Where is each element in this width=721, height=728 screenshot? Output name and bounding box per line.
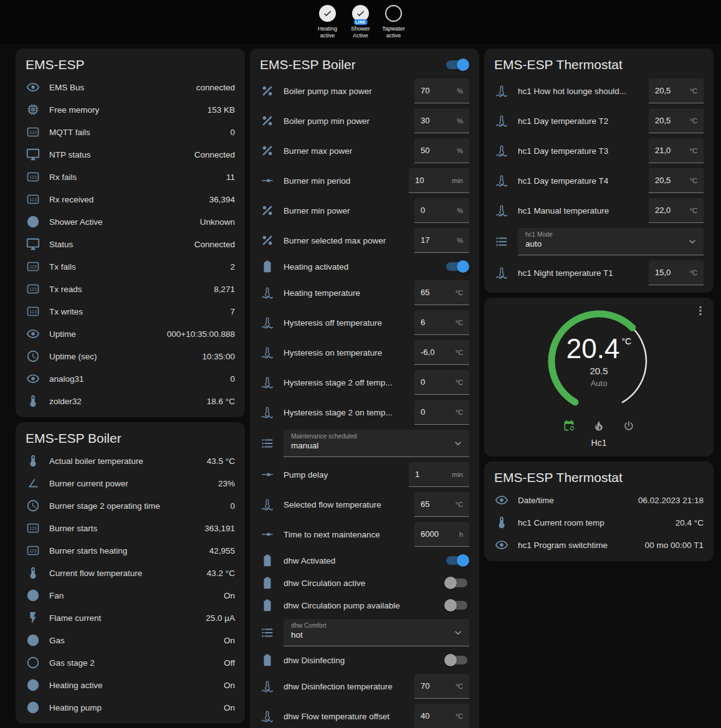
number-input-heating-temperature[interactable]: 65°C	[414, 280, 469, 305]
number-input-burner-max-power[interactable]: 50%	[414, 138, 469, 163]
entity-row-heating-active[interactable]: Heating activeOn	[16, 674, 245, 696]
off-mode-button[interactable]	[623, 420, 635, 432]
entity-row-gas[interactable]: GasOn	[16, 629, 245, 651]
entity-row-flame-current[interactable]: Flame current25.0 µA	[16, 607, 245, 629]
thermostat-dial[interactable]: 20.4°C20.5Auto	[543, 305, 655, 417]
heat-mode-button[interactable]	[593, 420, 605, 432]
number-input-hc1-day-temperature-t2[interactable]: 20,5°C	[649, 108, 704, 133]
entity-row-heating-pump[interactable]: Heating pumpOn	[16, 696, 245, 719]
entity-row-selected-flow-temperature[interactable]: Selected flow temperature65°C	[250, 489, 479, 519]
badge-shower-active[interactable]: LINKShower Active	[345, 5, 376, 40]
list-icon	[260, 626, 275, 640]
entity-row-hysteresis-stage-2-off-temp[interactable]: Hysteresis stage 2 off temp...0°C	[250, 367, 479, 397]
card-header-toggle[interactable]	[444, 59, 469, 71]
badge-heating-active[interactable]: Heating active	[312, 5, 343, 40]
number-input-hc1-how-hot-lounge-should[interactable]: 20,5°C	[649, 78, 704, 103]
number-input-hysteresis-on-temperature[interactable]: -6,0°C	[414, 340, 469, 365]
toggle-dhw-circulation-active[interactable]	[444, 577, 469, 589]
number-input-hc1-manual-temperature[interactable]: 22,0°C	[649, 198, 704, 223]
toggle-dhw-disinfecting[interactable]	[444, 654, 469, 666]
entity-row-dhw-activated[interactable]: dhw Activated	[250, 549, 479, 572]
entity-row-current-flow-temperature[interactable]: Current flow temperature43.2 °C	[16, 562, 245, 584]
entity-row-burner-current-power[interactable]: Burner current power23%	[16, 472, 245, 494]
number-input-boiler-pump-min-power[interactable]: 30%	[414, 108, 469, 133]
auto-mode-button[interactable]	[563, 420, 575, 432]
entity-row-maintenance-scheduled[interactable]: Maintenance scheduledmanual	[250, 427, 479, 460]
entity-row-gas-stage-2[interactable]: Gas stage 2Off	[16, 651, 245, 674]
entity-row-hc1-how-hot-lounge-should[interactable]: hc1 How hot lounge should...20,5°C	[484, 76, 714, 106]
entity-row-tx-fails[interactable]: 123Tx fails2	[16, 255, 245, 278]
entity-row-dhw-circulation-pump-available[interactable]: dhw Circulation pump available	[250, 594, 479, 617]
entity-row-uptime[interactable]: Uptime000+10:35:00.888	[16, 323, 245, 345]
entity-row-tx-reads[interactable]: 123Tx reads8,271	[16, 278, 245, 300]
entity-row-shower-active[interactable]: Shower ActiveUnknown	[16, 210, 245, 233]
entity-row-hc1-night-temperature-t1[interactable]: hc1 Night temperature T115,0°C	[484, 258, 714, 288]
entity-row-zolder32[interactable]: zolder3218.6 °C	[16, 390, 245, 412]
entity-row-mqtt-fails[interactable]: 123MQTT fails0	[16, 121, 245, 143]
entity-row-dhw-disinfecting[interactable]: dhw Disinfecting	[250, 649, 479, 671]
entity-row-burner-min-power[interactable]: Burner min power0%	[250, 196, 479, 225]
number-input-burner-selected-max-power[interactable]: 17%	[414, 228, 469, 253]
number-input-selected-flow-temperature[interactable]: 65°C	[414, 492, 469, 517]
number-input-hysteresis-stage-2-on-temp[interactable]: 0°C	[414, 400, 469, 425]
dots-vertical-icon[interactable]	[694, 304, 707, 320]
entity-row-tx-writes[interactable]: 123Tx writes7	[16, 300, 245, 323]
entity-row-dhw-comfort[interactable]: dhw Comforthot	[250, 617, 479, 649]
entity-row-heating-activated[interactable]: Heating activated	[250, 255, 479, 278]
entity-row-burner-stage-2-operating-time[interactable]: Burner stage 2 operating time0	[16, 494, 245, 517]
entity-row-hc1-program-switchtime[interactable]: hc1 Program switchtime00 mo 00:00 T1	[484, 534, 714, 556]
entity-row-date-time[interactable]: Date/time06.02.2023 21:18	[484, 489, 714, 511]
entity-row-boiler-pump-min-power[interactable]: Boiler pump min power30%	[250, 106, 479, 136]
toggle-dhw-circulation-pump-available[interactable]	[444, 599, 469, 612]
number-input-boiler-pump-max-power[interactable]: 70%	[414, 78, 469, 103]
number-input-hc1-day-temperature-t4[interactable]: 20,5°C	[649, 168, 704, 193]
entity-row-dhw-circulation-active[interactable]: dhw Circulation active	[250, 572, 479, 594]
entity-row-hc1-day-temperature-t3[interactable]: hc1 Day temperature T321,0°C	[484, 136, 714, 166]
entity-row-uptime-sec[interactable]: Uptime (sec)10:35:00	[16, 345, 245, 367]
number-input-hysteresis-stage-2-off-temp[interactable]: 0°C	[414, 370, 469, 395]
entity-row-hysteresis-on-temperature[interactable]: Hysteresis on temperature-6,0°C	[250, 338, 479, 367]
entity-row-hysteresis-off-temperature[interactable]: Hysteresis off temperature6°C	[250, 308, 479, 338]
select-input-hc1-mode[interactable]: hc1 Modeauto	[518, 228, 704, 255]
entity-row-hc1-day-temperature-t2[interactable]: hc1 Day temperature T220,5°C	[484, 106, 714, 136]
entity-row-burner-min-period[interactable]: Burner min period10min	[250, 166, 479, 196]
number-input-hysteresis-off-temperature[interactable]: 6°C	[414, 310, 469, 335]
number-input-time-to-next-maintenance[interactable]: 6000h	[414, 522, 469, 547]
entity-row-actual-boiler-temperature[interactable]: Actual boiler temperature43.5 °C	[16, 450, 245, 472]
entity-row-burner-max-power[interactable]: Burner max power50%	[250, 136, 479, 166]
entity-row-hysteresis-stage-2-on-temp[interactable]: Hysteresis stage 2 on temp...0°C	[250, 397, 479, 427]
entity-row-fan[interactable]: FanOn	[16, 584, 245, 607]
entity-row-time-to-next-maintenance[interactable]: Time to next maintenance6000h	[250, 519, 479, 549]
entity-row-burner-selected-max-power[interactable]: Burner selected max power17%	[250, 225, 479, 255]
entity-row-free-memory[interactable]: Free memory153 KB	[16, 98, 245, 121]
entity-row-dhw-flow-temperature-offset[interactable]: dhw Flow temperature offset40°C	[250, 701, 479, 728]
entity-row-heating-temperature[interactable]: Heating temperature65°C	[250, 278, 479, 308]
badge-tapwater-active[interactable]: Tapwater active	[378, 5, 409, 40]
entity-row-burner-starts[interactable]: 123Burner starts363,191	[16, 517, 245, 539]
entity-row-analog31[interactable]: analog310	[16, 367, 245, 390]
number-input-burner-min-power[interactable]: 0%	[414, 198, 469, 223]
entity-row-boiler-pump-max-power[interactable]: Boiler pump max power70%	[250, 76, 479, 106]
entity-row-hc1-day-temperature-t4[interactable]: hc1 Day temperature T420,5°C	[484, 166, 714, 196]
number-input-pump-delay[interactable]: 1min	[409, 462, 469, 487]
number-input-dhw-flow-temperature-offset[interactable]: 40°C	[414, 704, 469, 728]
entity-row-pump-delay[interactable]: Pump delay1min	[250, 460, 479, 489]
entity-row-status[interactable]: StatusConnected	[16, 233, 245, 255]
select-input-maintenance-scheduled[interactable]: Maintenance scheduledmanual	[284, 430, 469, 457]
entity-row-hc1-manual-temperature[interactable]: hc1 Manual temperature22,0°C	[484, 196, 714, 225]
entity-row-burner-starts-heating[interactable]: 123Burner starts heating42,955	[16, 539, 245, 562]
entity-row-rx-received[interactable]: 123Rx received36,394	[16, 188, 245, 210]
number-input-hc1-night-temperature-t1[interactable]: 15,0°C	[649, 260, 704, 285]
entity-row-rx-fails[interactable]: 123Rx fails11	[16, 166, 245, 188]
number-input-dhw-disinfection-temperature[interactable]: 70°C	[414, 674, 469, 699]
entity-row-dhw-disinfection-temperature[interactable]: dhw Disinfection temperature70°C	[250, 671, 479, 701]
entity-row-ems-bus[interactable]: EMS Busconnected	[16, 76, 245, 98]
entity-row-hc1-current-room-temp[interactable]: hc1 Current room temp20.4 °C	[484, 511, 714, 534]
toggle-heating-activated[interactable]	[444, 260, 469, 273]
select-input-dhw-comfort[interactable]: dhw Comforthot	[284, 619, 469, 646]
number-input-hc1-day-temperature-t3[interactable]: 21,0°C	[649, 138, 704, 163]
entity-row-ntp-status[interactable]: NTP statusConnected	[16, 143, 245, 166]
entity-row-hc1-mode[interactable]: hc1 Modeauto	[484, 225, 714, 258]
number-input-burner-min-period[interactable]: 10min	[409, 168, 469, 193]
toggle-dhw-activated[interactable]	[444, 554, 469, 567]
